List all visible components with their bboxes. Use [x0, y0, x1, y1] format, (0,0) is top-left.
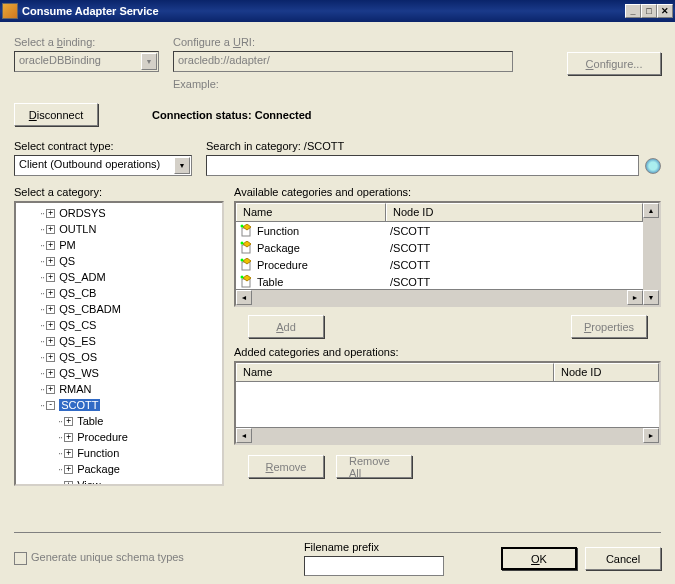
tree-toggle-icon[interactable]: +	[64, 465, 73, 474]
tree-item-rman[interactable]: ··+RMAN	[18, 381, 220, 397]
tree-toggle-icon[interactable]: +	[46, 225, 55, 234]
tree-label: Procedure	[77, 431, 128, 443]
tree-toggle-icon[interactable]: +	[46, 337, 55, 346]
svg-point-11	[241, 275, 244, 278]
tree-toggle-icon[interactable]: +	[46, 369, 55, 378]
tree-item-qs_es[interactable]: ··+QS_ES	[18, 333, 220, 349]
svg-point-2	[241, 224, 244, 227]
tree-item-table[interactable]: ··+Table	[18, 413, 220, 429]
col-nodeid[interactable]: Node ID	[386, 203, 643, 221]
cell-name: Table	[236, 274, 386, 290]
tree-item-qs_cb[interactable]: ··+QS_CB	[18, 285, 220, 301]
tree-label: SCOTT	[59, 399, 100, 411]
search-label: Search in category: /SCOTT	[206, 140, 661, 152]
tree-item-package[interactable]: ··+Package	[18, 461, 220, 477]
col-nodeid[interactable]: Node ID	[554, 363, 659, 381]
filename-label: Filename prefix	[304, 541, 444, 553]
titlebar[interactable]: Consume Adapter Service _ □ ✕	[0, 0, 675, 22]
tree-toggle-icon[interactable]: +	[46, 273, 55, 282]
scroll-left-icon[interactable]: ◄	[236, 290, 252, 305]
close-button[interactable]: ✕	[657, 4, 673, 18]
add-button: Add	[248, 315, 324, 338]
list-row[interactable]: Procedure/SCOTT	[236, 256, 643, 273]
binding-combo: oracleDBBinding ▼	[14, 51, 159, 72]
h-scrollbar[interactable]: ◄ ►	[236, 289, 643, 305]
category-icon	[240, 275, 254, 289]
tree-item-qs[interactable]: ··+QS	[18, 253, 220, 269]
available-label: Available categories and operations:	[234, 186, 661, 198]
tree-label: QS_CBADM	[59, 303, 121, 315]
search-icon[interactable]	[645, 158, 661, 174]
maximize-button[interactable]: □	[641, 4, 657, 18]
remove-all-button: Remove All	[336, 455, 412, 478]
tree-toggle-icon[interactable]: +	[64, 433, 73, 442]
tree-label: RMAN	[59, 383, 91, 395]
scroll-down-icon[interactable]: ▼	[643, 290, 659, 305]
tree-item-qs_adm[interactable]: ··+QS_ADM	[18, 269, 220, 285]
list-row[interactable]: Function/SCOTT	[236, 222, 643, 239]
category-icon	[240, 258, 254, 272]
chevron-down-icon[interactable]: ▼	[174, 157, 190, 174]
tree-item-scott[interactable]: ··-SCOTT	[18, 397, 220, 413]
disconnect-button[interactable]: Disconnect	[14, 103, 98, 126]
search-input[interactable]	[206, 155, 639, 176]
cell-nodeid: /SCOTT	[386, 241, 434, 255]
tree-item-procedure[interactable]: ··+Procedure	[18, 429, 220, 445]
contract-label: Select contract type:	[14, 140, 192, 152]
scroll-left-icon[interactable]: ◄	[236, 428, 252, 443]
connection-status: Connection status: Connected	[152, 109, 312, 121]
tree-item-qs_os[interactable]: ··+QS_OS	[18, 349, 220, 365]
window-title: Consume Adapter Service	[22, 5, 625, 17]
ok-button[interactable]: OK	[501, 547, 577, 570]
tree-toggle-icon[interactable]: +	[46, 241, 55, 250]
cancel-button[interactable]: Cancel	[585, 547, 661, 570]
tree-toggle-icon[interactable]: +	[46, 257, 55, 266]
added-label: Added categories and operations:	[234, 346, 661, 358]
tree-item-outln[interactable]: ··+OUTLN	[18, 221, 220, 237]
scroll-right-icon[interactable]: ►	[627, 290, 643, 305]
h-scrollbar[interactable]: ◄ ►	[236, 427, 659, 443]
col-name[interactable]: Name	[236, 363, 554, 381]
category-tree[interactable]: ··+ORDSYS··+OUTLN··+PM··+QS··+QS_ADM··+Q…	[14, 201, 224, 486]
uri-label: Configure a URI:	[173, 36, 547, 48]
tree-label: QS_ADM	[59, 271, 105, 283]
tree-toggle-icon[interactable]: +	[46, 353, 55, 362]
remove-button: Remove	[248, 455, 324, 478]
cell-nodeid: /SCOTT	[386, 258, 434, 272]
tree-item-view[interactable]: ··+View	[18, 477, 220, 486]
tree-toggle-icon[interactable]: -	[46, 401, 55, 410]
list-row[interactable]: Table/SCOTT	[236, 273, 643, 289]
tree-label: PM	[59, 239, 76, 251]
tree-item-function[interactable]: ··+Function	[18, 445, 220, 461]
available-list[interactable]: Name Node ID Function/SCOTTPackage/SCOTT…	[234, 201, 661, 307]
contract-combo[interactable]: Client (Outbound operations) ▼	[14, 155, 192, 176]
tree-toggle-icon[interactable]: +	[46, 289, 55, 298]
tree-toggle-icon[interactable]: +	[64, 449, 73, 458]
tree-item-ordsys[interactable]: ··+ORDSYS	[18, 205, 220, 221]
tree-toggle-icon[interactable]: +	[64, 481, 73, 487]
minimize-button[interactable]: _	[625, 4, 641, 18]
tree-toggle-icon[interactable]: +	[46, 209, 55, 218]
tree-toggle-icon[interactable]: +	[46, 321, 55, 330]
added-list[interactable]: Name Node ID ◄ ►	[234, 361, 661, 445]
tree-label: QS_ES	[59, 335, 96, 347]
tree-toggle-icon[interactable]: +	[64, 417, 73, 426]
tree-toggle-icon[interactable]: +	[46, 385, 55, 394]
scroll-up-icon[interactable]: ▲	[643, 203, 659, 218]
svg-point-8	[241, 258, 244, 261]
filename-input[interactable]	[304, 556, 444, 576]
tree-item-qs_ws[interactable]: ··+QS_WS	[18, 365, 220, 381]
cell-name: Procedure	[236, 257, 386, 273]
scroll-right-icon[interactable]: ►	[643, 428, 659, 443]
tree-item-qs_cs[interactable]: ··+QS_CS	[18, 317, 220, 333]
binding-value: oracleDBBinding	[19, 54, 101, 66]
list-row[interactable]: Package/SCOTT	[236, 239, 643, 256]
tree-label: QS	[59, 255, 75, 267]
v-scrollbar[interactable]: ▲ ▼	[643, 203, 659, 305]
tree-item-pm[interactable]: ··+PM	[18, 237, 220, 253]
tree-toggle-icon[interactable]: +	[46, 305, 55, 314]
tree-label: QS_CB	[59, 287, 96, 299]
svg-point-5	[241, 241, 244, 244]
col-name[interactable]: Name	[236, 203, 386, 221]
tree-item-qs_cbadm[interactable]: ··+QS_CBADM	[18, 301, 220, 317]
